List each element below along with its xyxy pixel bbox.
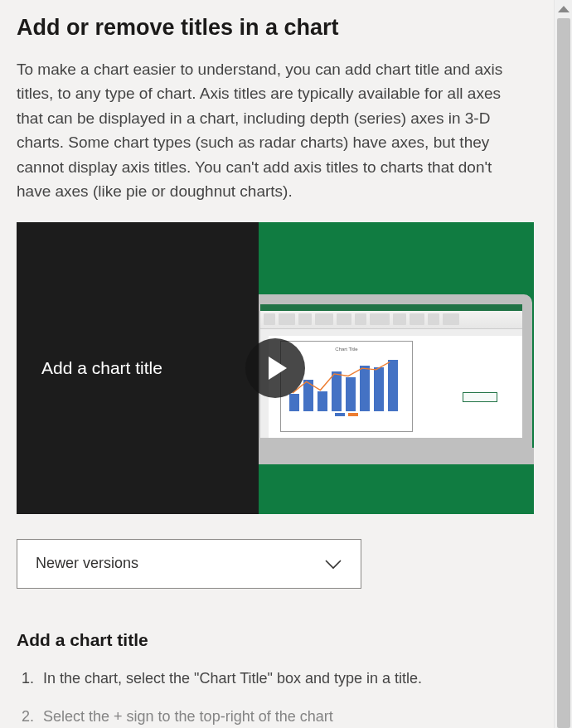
bar — [332, 371, 342, 411]
chevron-down-icon — [324, 558, 342, 570]
chart-legend — [288, 413, 405, 418]
play-icon — [269, 357, 287, 380]
bar — [388, 360, 398, 410]
chart-bars — [288, 355, 405, 411]
bar — [318, 391, 327, 411]
excel-ribbon — [260, 311, 522, 329]
scrollbar-thumb[interactable] — [557, 18, 570, 728]
laptop-base — [259, 448, 534, 464]
article-content: Add or remove titles in a chart To make … — [0, 0, 540, 728]
scrollbar[interactable] — [554, 0, 572, 728]
version-selected-label: Newer versions — [36, 555, 138, 572]
col-headers — [269, 329, 522, 336]
video-left-panel: Add a chart title — [17, 222, 259, 514]
video-preview[interactable]: Add a chart title — [17, 222, 534, 514]
bar — [346, 377, 356, 411]
embedded-chart-title: Chart Title — [288, 347, 405, 352]
scroll-up-button[interactable] — [555, 0, 572, 18]
step-item: Select the + sign to the top-right of th… — [38, 705, 523, 728]
section-heading: Add a chart title — [17, 630, 523, 650]
bar — [289, 394, 299, 410]
bar — [374, 367, 384, 411]
play-button[interactable] — [245, 338, 305, 398]
video-overlay-title: Add a chart title — [41, 358, 162, 378]
excel-titlebar — [260, 304, 522, 311]
selected-cell — [463, 392, 497, 402]
bar — [360, 366, 370, 410]
steps-list: In the chart, select the "Chart Title" b… — [17, 667, 523, 728]
version-dropdown[interactable]: Newer versions — [17, 539, 361, 589]
chevron-up-icon — [558, 6, 570, 12]
intro-paragraph: To make a chart easier to understand, yo… — [17, 57, 523, 204]
bar — [303, 380, 313, 410]
page-title: Add or remove titles in a chart — [17, 15, 523, 41]
step-item: In the chart, select the "Chart Title" b… — [38, 667, 523, 691]
